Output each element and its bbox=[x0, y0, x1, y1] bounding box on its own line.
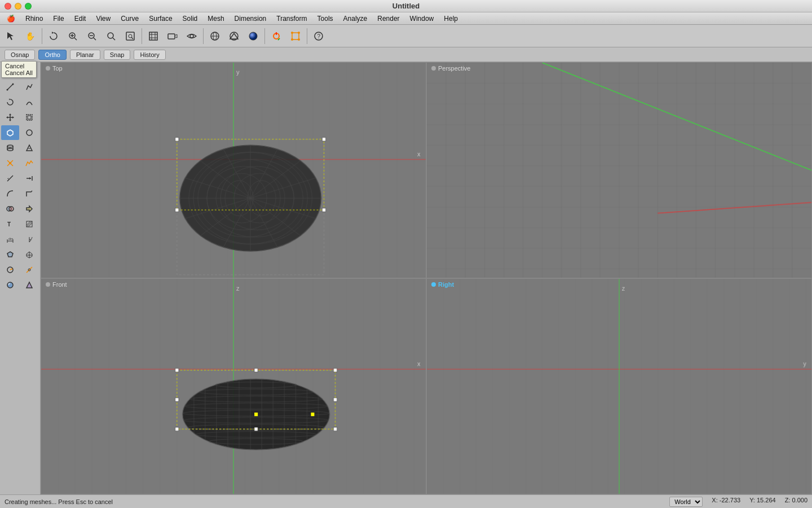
tool-rotate[interactable] bbox=[1, 95, 19, 110]
viewport-front-canvas[interactable] bbox=[41, 279, 426, 494]
tooltip-line2: Cancel All bbox=[5, 69, 33, 76]
maximize-button[interactable] bbox=[25, 3, 32, 10]
sidebar-row-13 bbox=[1, 247, 39, 262]
viewport-perspective-canvas[interactable] bbox=[427, 63, 811, 278]
osnap-btn[interactable]: Osnap bbox=[5, 50, 35, 60]
tool-analyze1[interactable] bbox=[1, 262, 19, 277]
viewport-top[interactable]: Top bbox=[41, 62, 426, 278]
svg-point-42 bbox=[27, 130, 32, 135]
svg-point-46 bbox=[7, 148, 13, 151]
tool-trim[interactable] bbox=[1, 171, 19, 186]
rotate-tool[interactable] bbox=[45, 27, 63, 45]
tool-line[interactable] bbox=[1, 80, 19, 94]
select-tool[interactable] bbox=[2, 27, 20, 45]
menu-dimension[interactable]: Dimension bbox=[230, 14, 271, 24]
tool-chamfer[interactable] bbox=[20, 186, 38, 201]
menu-transform[interactable]: Transform bbox=[272, 14, 311, 24]
statusbar: Creating meshes... Press Esc to cancel W… bbox=[0, 494, 812, 508]
display-mode[interactable] bbox=[244, 27, 262, 45]
menu-curve[interactable]: Curve bbox=[116, 14, 143, 24]
viewport-front-dot bbox=[46, 282, 50, 287]
viewport-front[interactable]: Front bbox=[41, 278, 426, 494]
tool-sphere[interactable] bbox=[20, 125, 38, 140]
menu-tools[interactable]: Tools bbox=[313, 14, 338, 24]
svg-point-19 bbox=[190, 34, 193, 38]
svg-point-8 bbox=[108, 33, 113, 38]
tool-dim-linear[interactable]: dim bbox=[1, 232, 19, 247]
grid-toggle[interactable] bbox=[144, 27, 162, 45]
menu-rhino[interactable]: Rhino bbox=[21, 14, 47, 24]
tool-analyze2[interactable] bbox=[20, 262, 38, 277]
viewport-right-label: Right bbox=[431, 281, 454, 288]
minimize-button[interactable] bbox=[15, 3, 21, 10]
menu-edit[interactable]: Edit bbox=[70, 14, 91, 24]
menu-render[interactable]: Render bbox=[373, 14, 404, 24]
menu-mesh[interactable]: Mesh bbox=[203, 14, 228, 24]
zoom-extent[interactable] bbox=[102, 27, 120, 45]
window-title: Untitled bbox=[392, 2, 420, 10]
tool-explode[interactable] bbox=[1, 156, 19, 170]
ortho-btn[interactable]: Ortho bbox=[38, 50, 67, 60]
camera-tool[interactable] bbox=[164, 27, 182, 45]
tool-scale[interactable] bbox=[20, 110, 38, 125]
zoom-window[interactable] bbox=[121, 27, 139, 45]
tool-text[interactable]: T bbox=[1, 217, 19, 231]
tool-render2[interactable] bbox=[20, 278, 38, 292]
tool-3d-face[interactable] bbox=[1, 247, 19, 262]
tool-3d-mesh[interactable] bbox=[20, 247, 38, 262]
svg-point-31 bbox=[298, 38, 300, 41]
menu-help[interactable]: Help bbox=[439, 14, 462, 24]
tool-points[interactable] bbox=[20, 156, 38, 170]
tool-arc[interactable] bbox=[20, 95, 38, 110]
view-tool[interactable] bbox=[183, 27, 201, 45]
menu-analyze[interactable]: Analyze bbox=[339, 14, 372, 24]
zoom-in[interactable] bbox=[64, 27, 82, 45]
viewport-top-label: Top bbox=[46, 65, 63, 72]
menu-surface[interactable]: Surface bbox=[144, 14, 176, 24]
tool-polyline[interactable] bbox=[20, 80, 38, 94]
sidebar-row-4 bbox=[1, 110, 39, 125]
svg-line-52 bbox=[10, 163, 13, 166]
tool-render1[interactable] bbox=[1, 278, 19, 292]
tool-mesh[interactable] bbox=[20, 141, 38, 155]
viewport-perspective[interactable]: Perspective bbox=[426, 62, 812, 278]
viewport-top-canvas[interactable] bbox=[41, 63, 426, 278]
snap-btn[interactable]: Snap bbox=[104, 50, 131, 60]
menu-file[interactable]: File bbox=[48, 14, 68, 24]
menu-window[interactable]: Window bbox=[405, 14, 439, 24]
planar-btn[interactable]: Planar bbox=[70, 50, 100, 60]
perspective-toggle[interactable] bbox=[225, 27, 243, 45]
sidebar-row-8 bbox=[1, 171, 39, 186]
history-btn[interactable]: History bbox=[134, 50, 165, 60]
gumball-tool[interactable] bbox=[267, 27, 285, 45]
tool-cylinder[interactable] bbox=[1, 141, 19, 155]
world-select[interactable]: World bbox=[669, 497, 703, 507]
tool-fillet[interactable] bbox=[1, 186, 19, 201]
sep2 bbox=[142, 28, 142, 44]
tool-move[interactable] bbox=[1, 110, 19, 125]
sidebar-row-5 bbox=[1, 125, 39, 140]
tool-box-active[interactable] bbox=[1, 125, 19, 140]
close-button[interactable] bbox=[5, 3, 11, 10]
zoom-out[interactable] bbox=[83, 27, 101, 45]
menu-solid[interactable]: Solid bbox=[178, 14, 202, 24]
menu-apple[interactable]: 🍎 bbox=[2, 14, 20, 24]
tool-boolean[interactable] bbox=[1, 202, 19, 216]
sidebar-row-10 bbox=[1, 202, 39, 216]
tool-join[interactable] bbox=[20, 202, 38, 216]
tool-hatch[interactable] bbox=[20, 217, 38, 231]
toolbar: ✋ ? bbox=[0, 25, 812, 47]
tool-extend[interactable] bbox=[20, 171, 38, 186]
svg-line-2 bbox=[74, 38, 77, 40]
pan-tool[interactable]: ✋ bbox=[21, 27, 39, 45]
tool-dim-angle[interactable] bbox=[20, 232, 38, 247]
transform-tool[interactable] bbox=[286, 27, 304, 45]
z-value: 0.000 bbox=[792, 497, 807, 503]
help-btn[interactable]: ? bbox=[310, 27, 328, 45]
viewport-right-canvas[interactable] bbox=[427, 279, 811, 494]
svg-point-73 bbox=[7, 282, 13, 288]
x-label: X: -22.733 bbox=[712, 497, 740, 507]
viewport-right[interactable]: Right bbox=[426, 278, 812, 494]
menu-view[interactable]: View bbox=[91, 14, 115, 24]
named-views[interactable] bbox=[206, 27, 224, 45]
